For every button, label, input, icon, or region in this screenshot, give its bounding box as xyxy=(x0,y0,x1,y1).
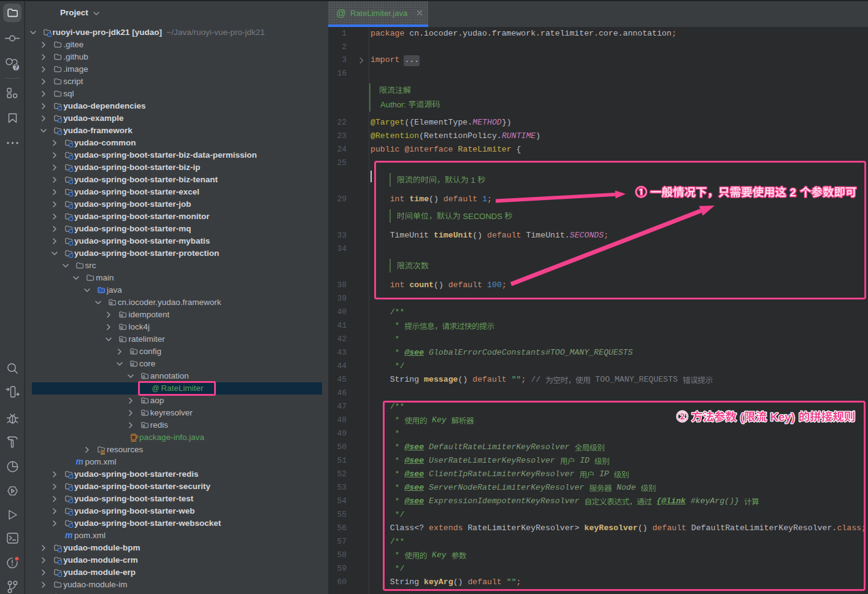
svg-text:(: ( xyxy=(740,411,745,423)
svg-text:2: 2 xyxy=(790,186,796,199)
svg-text:Author:: Author: xyxy=(380,100,406,109)
svg-text:Key): Key) xyxy=(770,411,795,423)
